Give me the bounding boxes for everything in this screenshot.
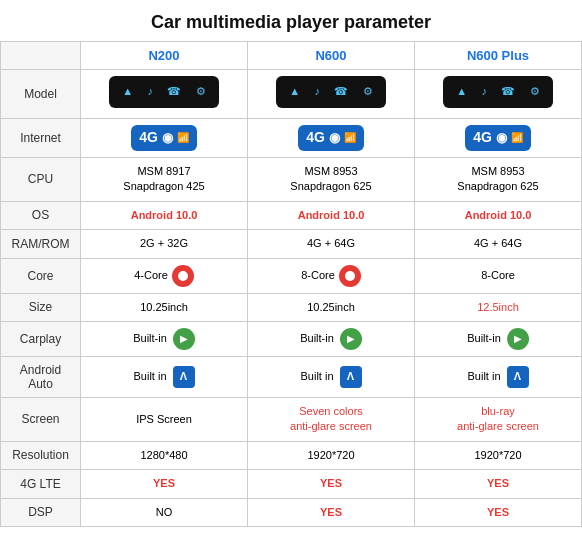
android-auto-cell: Built in Λ [300, 366, 361, 388]
header-n200: N200 [81, 42, 248, 70]
android-auto-icon: Λ [507, 366, 529, 388]
cell-n600-9: Seven colorsanti-glare screen [248, 397, 415, 441]
android-auto-label: Built in [300, 369, 333, 384]
music-icon: ♪ [147, 84, 153, 99]
android-auto-icon: Λ [340, 366, 362, 388]
cell-n600-2: MSM 8953Snapdragon 625 [248, 157, 415, 201]
4g-text: 4G [306, 128, 325, 148]
4g-text: 4G [139, 128, 158, 148]
row-label-10: Resolution [1, 441, 81, 469]
gear-icon: ⚙ [196, 84, 206, 99]
gear-icon: ⚙ [363, 84, 373, 99]
carplay-cell: Built-in ▶ [300, 328, 362, 350]
yes-label: YES [320, 477, 342, 489]
cell-n200-5: 4-Core [81, 258, 248, 293]
carplay-icon: ▶ [507, 328, 529, 350]
signal-icon: 📶 [177, 131, 189, 145]
android-label: Android 10.0 [465, 209, 532, 221]
device-image: ▲ ♪ ☎ ⚙ [443, 76, 553, 108]
core-label: 8-Core [481, 269, 515, 281]
wifi-icon: ◉ [496, 129, 507, 147]
cell-n600plus-8: Built in Λ [415, 356, 582, 397]
row-label-1: Internet [1, 119, 81, 158]
row-label-6: Size [1, 293, 81, 321]
cell-n200-10: 1280*480 [81, 441, 248, 469]
header-n600plus: N600 Plus [415, 42, 582, 70]
cell-n600-11: YES [248, 470, 415, 498]
android-auto-label: Built in [467, 369, 500, 384]
cell-n200-11: YES [81, 470, 248, 498]
row-label-0: Model [1, 70, 81, 119]
device-image: ▲ ♪ ☎ ⚙ [109, 76, 219, 108]
header-label [1, 42, 81, 70]
gear-icon: ⚙ [530, 84, 540, 99]
carplay-cell: Built-in ▶ [467, 328, 529, 350]
android-auto-icon: Λ [173, 366, 195, 388]
phone-icon: ☎ [334, 84, 348, 99]
carplay-label: Built-in [467, 331, 501, 346]
cell-n600plus-10: 1920*720 [415, 441, 582, 469]
screen-label: blu-rayanti-glare screen [457, 405, 539, 432]
carplay-label: Built-in [133, 331, 167, 346]
cell-n600-5: 8-Core [248, 258, 415, 293]
size-label: 12.5inch [477, 301, 519, 313]
row-label-11: 4G LTE [1, 470, 81, 498]
cell-n600plus-11: YES [415, 470, 582, 498]
cell-n600plus-3: Android 10.0 [415, 201, 582, 229]
core-label: 8-Core [301, 268, 335, 280]
nav-icon: ▲ [456, 84, 467, 99]
music-icon: ♪ [481, 84, 487, 99]
device-image: ▲ ♪ ☎ ⚙ [276, 76, 386, 108]
cell-n600plus-5: 8-Core [415, 258, 582, 293]
cell-n200-1: 4G ◉ 📶 [81, 119, 248, 158]
music-icon: ♪ [314, 84, 320, 99]
yes-label: YES [320, 506, 342, 518]
nav-icon: ▲ [122, 84, 133, 99]
cell-n600plus-7: Built-in ▶ [415, 321, 582, 356]
carplay-cell: Built-in ▶ [133, 328, 195, 350]
signal-icon: 📶 [344, 131, 356, 145]
cell-n200-9: IPS Screen [81, 397, 248, 441]
signal-icon: 📶 [511, 131, 523, 145]
screen-label: Seven colorsanti-glare screen [290, 405, 372, 432]
nav-icon: ▲ [289, 84, 300, 99]
comparison-table: N200 N600 N600 Plus Model ▲ ♪ ☎ ⚙ ▲ ♪ ☎ … [0, 41, 582, 527]
android-auto-label: Built in [133, 369, 166, 384]
android-auto-cell: Built in Λ [467, 366, 528, 388]
4g-badge: 4G ◉ 📶 [298, 125, 364, 151]
cell-n600-7: Built-in ▶ [248, 321, 415, 356]
row-label-8: AndroidAuto [1, 356, 81, 397]
phone-icon: ☎ [167, 84, 181, 99]
yes-label: YES [487, 506, 509, 518]
cell-n600-4: 4G + 64G [248, 230, 415, 258]
qualcomm-chip-icon [172, 265, 194, 287]
cell-n200-0: ▲ ♪ ☎ ⚙ [81, 70, 248, 119]
cell-n600plus-9: blu-rayanti-glare screen [415, 397, 582, 441]
cell-n200-8: Built in Λ [81, 356, 248, 397]
android-label: Android 10.0 [131, 209, 198, 221]
cell-n200-6: 10.25inch [81, 293, 248, 321]
cell-n600plus-4: 4G + 64G [415, 230, 582, 258]
yes-label: YES [487, 477, 509, 489]
cell-n200-2: MSM 8917Snapdragon 425 [81, 157, 248, 201]
cell-n600-12: YES [248, 498, 415, 526]
wifi-icon: ◉ [162, 129, 173, 147]
cell-n600-6: 10.25inch [248, 293, 415, 321]
cell-n600plus-12: YES [415, 498, 582, 526]
row-label-9: Screen [1, 397, 81, 441]
cell-n600plus-2: MSM 8953Snapdragon 625 [415, 157, 582, 201]
row-label-7: Carplay [1, 321, 81, 356]
row-label-4: RAM/ROM [1, 230, 81, 258]
wifi-icon: ◉ [329, 129, 340, 147]
cell-n600plus-6: 12.5inch [415, 293, 582, 321]
cell-n200-4: 2G + 32G [81, 230, 248, 258]
cell-n600-8: Built in Λ [248, 356, 415, 397]
cell-n600-1: 4G ◉ 📶 [248, 119, 415, 158]
4g-badge: 4G ◉ 📶 [131, 125, 197, 151]
page-title: Car multimedia player parameter [0, 0, 582, 41]
cell-n200-7: Built-in ▶ [81, 321, 248, 356]
row-label-5: Core [1, 258, 81, 293]
4g-badge: 4G ◉ 📶 [465, 125, 531, 151]
android-auto-cell: Built in Λ [133, 366, 194, 388]
cell-n600-0: ▲ ♪ ☎ ⚙ [248, 70, 415, 119]
